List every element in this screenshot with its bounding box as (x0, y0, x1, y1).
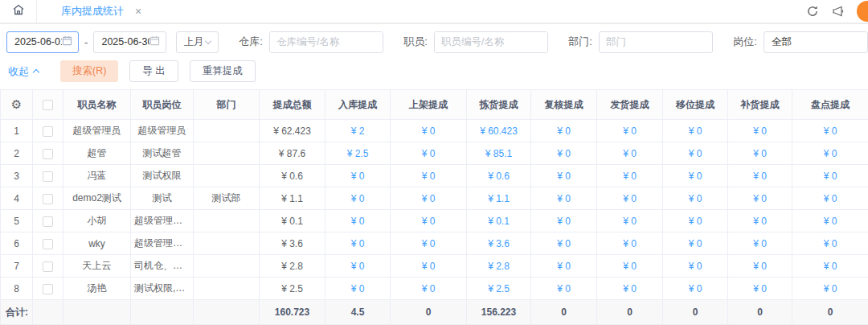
refresh-icon[interactable] (806, 5, 819, 18)
commission-amount-link[interactable]: ¥ 0 (663, 120, 728, 142)
commission-amount-link[interactable]: ¥ 0 (531, 142, 597, 165)
staff-name: 超管 (63, 142, 131, 165)
commission-amount-link[interactable]: ¥ 0 (391, 232, 467, 255)
commission-amount-link[interactable]: ¥ 0 (728, 142, 792, 165)
commission-amount-link[interactable]: ¥ 0 (792, 210, 868, 232)
commission-amount-link[interactable]: ¥ 0 (326, 255, 391, 278)
commission-amount-link[interactable]: ¥ 2.5 (467, 278, 531, 300)
recalc-commission-button[interactable]: 重算提成 (190, 60, 256, 82)
commission-amount-link[interactable]: ¥ 2 (326, 120, 391, 142)
commission-amount-link[interactable]: ¥ 0 (728, 165, 792, 187)
row-checkbox[interactable] (43, 126, 53, 137)
collapse-link[interactable]: 收起 (8, 64, 39, 79)
commission-amount-link[interactable]: ¥ 0 (792, 142, 868, 165)
commission-amount-link[interactable]: ¥ 0 (597, 278, 663, 300)
commission-amount-link[interactable]: ¥ 0 (792, 120, 868, 142)
commission-amount-link[interactable]: ¥ 0 (391, 278, 467, 300)
announcement-icon[interactable] (831, 5, 845, 18)
commission-amount-link[interactable]: ¥ 2.5 (326, 142, 391, 165)
row-checkbox[interactable] (43, 216, 53, 227)
row-checkbox[interactable] (43, 171, 53, 182)
row-checkbox-cell (33, 278, 63, 300)
row-checkbox[interactable] (43, 194, 53, 204)
commission-amount-link[interactable]: ¥ 0 (663, 278, 728, 300)
commission-amount-link[interactable]: ¥ 0 (326, 232, 391, 255)
commission-amount-link[interactable]: ¥ 0 (792, 278, 868, 300)
row-checkbox[interactable] (43, 149, 53, 159)
commission-amount-link[interactable]: ¥ 0 (728, 120, 792, 142)
commission-amount-link[interactable]: ¥ 0 (531, 232, 597, 255)
commission-amount-link[interactable]: ¥ 0 (391, 255, 467, 278)
period-select[interactable]: 上月 (176, 31, 219, 53)
avatar[interactable] (857, 1, 868, 22)
commission-amount-link[interactable]: ¥ 0 (391, 120, 467, 142)
staff-input[interactable] (435, 32, 548, 52)
commission-amount-link[interactable]: ¥ 0 (326, 165, 391, 187)
commission-amount-link[interactable]: ¥ 0 (391, 142, 467, 165)
commission-amount-link[interactable]: ¥ 0 (792, 187, 868, 210)
commission-amount-link[interactable]: ¥ 0 (391, 210, 467, 232)
row-checkbox[interactable] (43, 239, 53, 249)
commission-total: ¥ 62.423 (260, 120, 326, 142)
commission-amount-link[interactable]: ¥ 0 (728, 210, 792, 232)
commission-amount-link[interactable]: ¥ 0 (663, 255, 728, 278)
commission-amount-link[interactable]: ¥ 0 (597, 232, 663, 255)
home-icon (12, 3, 25, 19)
commission-amount-link[interactable]: ¥ 0 (792, 232, 868, 255)
row-checkbox[interactable] (43, 261, 53, 272)
commission-amount-link[interactable]: ¥ 3.6 (467, 232, 531, 255)
commission-amount-link[interactable]: ¥ 0.6 (467, 165, 531, 187)
commission-amount-link[interactable]: ¥ 0 (663, 187, 728, 210)
commission-amount-link[interactable]: ¥ 0 (663, 210, 728, 232)
commission-amount-link[interactable]: ¥ 0 (663, 165, 728, 187)
column-settings-gear-icon[interactable]: ⚙ (1, 90, 33, 120)
position-input[interactable] (764, 31, 868, 53)
commission-amount-link[interactable]: ¥ 0 (531, 120, 597, 142)
select-all-checkbox[interactable] (43, 100, 53, 110)
commission-amount-link[interactable]: ¥ 0 (728, 278, 792, 300)
commission-amount-link[interactable]: ¥ 0 (728, 255, 792, 278)
date-from-input[interactable] (6, 31, 79, 53)
commission-amount-link[interactable]: ¥ 0 (391, 187, 467, 210)
commission-amount-link[interactable]: ¥ 0 (597, 120, 663, 142)
warehouse-input[interactable] (270, 32, 383, 52)
commission-amount-link[interactable]: ¥ 0 (531, 187, 597, 210)
home-button[interactable] (0, 0, 37, 23)
export-button[interactable]: 导 出 (129, 60, 178, 82)
column-header: 职员岗位 (131, 90, 194, 120)
date-from-value[interactable] (14, 36, 62, 47)
commission-amount-link[interactable]: ¥ 0 (597, 165, 663, 187)
commission-amount-link[interactable]: ¥ 0 (792, 255, 868, 278)
row-checkbox[interactable] (43, 284, 53, 294)
commission-amount-link[interactable]: ¥ 0 (597, 187, 663, 210)
commission-amount-link[interactable]: ¥ 0.1 (467, 210, 531, 232)
commission-amount-link[interactable]: ¥ 0 (792, 165, 868, 187)
department (194, 232, 260, 255)
commission-amount-link[interactable]: ¥ 0 (531, 210, 597, 232)
commission-amount-link[interactable]: ¥ 0 (663, 142, 728, 165)
commission-amount-link[interactable]: ¥ 0 (597, 255, 663, 278)
commission-amount-link[interactable]: ¥ 2.8 (467, 255, 531, 278)
tab-commission-stats[interactable]: 库内提成统计 × (50, 0, 153, 23)
commission-amount-link[interactable]: ¥ 1.1 (467, 187, 531, 210)
commission-amount-link[interactable]: ¥ 0 (391, 165, 467, 187)
close-icon[interactable]: × (135, 6, 141, 17)
commission-amount-link[interactable]: ¥ 85.1 (467, 142, 531, 165)
commission-amount-link[interactable]: ¥ 0 (597, 142, 663, 165)
date-to-value[interactable] (101, 36, 149, 47)
column-header: 盘点提成 (792, 90, 868, 120)
commission-amount-link[interactable]: ¥ 0 (531, 255, 597, 278)
commission-amount-link[interactable]: ¥ 0 (326, 278, 391, 300)
search-button[interactable]: 搜索(R) (60, 60, 118, 82)
commission-amount-link[interactable]: ¥ 0 (728, 187, 792, 210)
commission-amount-link[interactable]: ¥ 0 (326, 210, 391, 232)
commission-amount-link[interactable]: ¥ 0 (326, 187, 391, 210)
commission-amount-link[interactable]: ¥ 60.423 (467, 120, 531, 142)
department-input[interactable] (600, 32, 713, 52)
commission-amount-link[interactable]: ¥ 0 (728, 232, 792, 255)
commission-amount-link[interactable]: ¥ 0 (531, 278, 597, 300)
commission-amount-link[interactable]: ¥ 0 (663, 232, 728, 255)
date-to-input[interactable] (93, 31, 166, 53)
commission-amount-link[interactable]: ¥ 0 (597, 210, 663, 232)
commission-amount-link[interactable]: ¥ 0 (531, 165, 597, 187)
